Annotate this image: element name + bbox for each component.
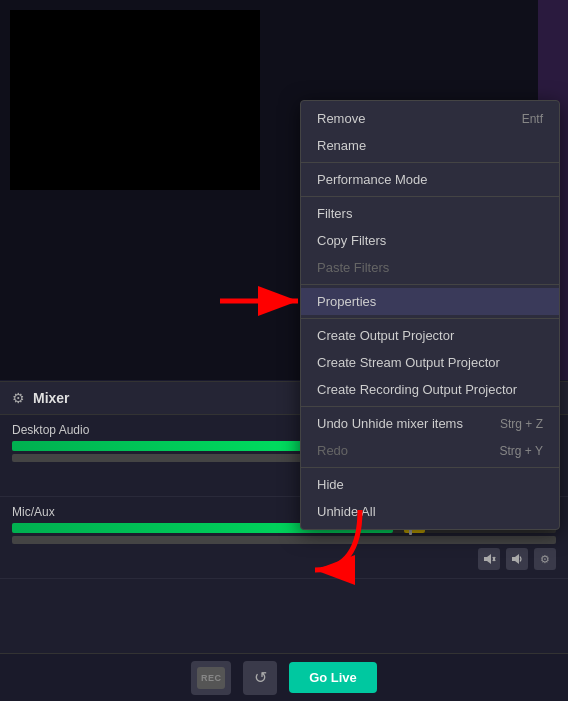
context-menu: Remove Entf Rename Performance Mode Filt…: [300, 100, 560, 530]
menu-item-paste-filters: Paste Filters: [301, 254, 559, 281]
mixer-title: Mixer: [33, 390, 70, 406]
menu-item-copy-filters[interactable]: Copy Filters: [301, 227, 559, 254]
fader-gray-mic[interactable]: [12, 536, 556, 544]
fader-green-fill-desktop: [12, 441, 311, 451]
channel-controls-mic: ⚙: [12, 548, 556, 570]
menu-shortcut-redo: Strg + Y: [500, 444, 543, 458]
menu-item-performance-mode[interactable]: Performance Mode: [301, 166, 559, 193]
menu-label-remove: Remove: [317, 111, 365, 126]
menu-shortcut-remove: Entf: [522, 112, 543, 126]
menu-label-redo: Redo: [317, 443, 348, 458]
replay-button[interactable]: ↺: [243, 661, 277, 695]
menu-label-rename: Rename: [317, 138, 366, 153]
go-live-button[interactable]: Go Live: [289, 662, 377, 693]
arrow-properties: [220, 286, 310, 319]
gear-icon[interactable]: ⚙: [12, 390, 25, 406]
replay-icon: ↺: [254, 668, 267, 687]
menu-item-redo: Redo Strg + Y: [301, 437, 559, 464]
rec-button[interactable]: REC: [191, 661, 231, 695]
channel-name-mic: Mic/Aux: [12, 505, 55, 519]
menu-label-filters: Filters: [317, 206, 352, 221]
menu-item-create-output-projector[interactable]: Create Output Projector: [301, 322, 559, 349]
menu-label-performance-mode: Performance Mode: [317, 172, 428, 187]
mute-icon-mic[interactable]: [478, 548, 500, 570]
menu-label-properties: Properties: [317, 294, 376, 309]
menu-sep-1: [301, 162, 559, 163]
bottom-toolbar: REC ↺ Go Live: [0, 653, 568, 701]
menu-label-create-recording-output-projector: Create Recording Output Projector: [317, 382, 517, 397]
rec-label: REC: [197, 667, 225, 689]
menu-label-create-output-projector: Create Output Projector: [317, 328, 454, 343]
settings-icon-mic[interactable]: ⚙: [534, 548, 556, 570]
preview-window: [10, 10, 260, 190]
volume-icon-mic[interactable]: [506, 548, 528, 570]
menu-sep-4: [301, 318, 559, 319]
menu-sep-5: [301, 406, 559, 407]
menu-item-hide[interactable]: Hide: [301, 471, 559, 498]
arrow-mixer: [310, 510, 370, 593]
menu-item-filters[interactable]: Filters: [301, 200, 559, 227]
menu-item-create-recording-output-projector[interactable]: Create Recording Output Projector: [301, 376, 559, 403]
menu-label-hide: Hide: [317, 477, 344, 492]
svg-rect-10: [512, 557, 515, 561]
svg-rect-7: [484, 557, 487, 561]
menu-label-copy-filters: Copy Filters: [317, 233, 386, 248]
menu-item-properties[interactable]: Properties: [301, 288, 559, 315]
menu-item-rename[interactable]: Rename: [301, 132, 559, 159]
menu-label-create-stream-output-projector: Create Stream Output Projector: [317, 355, 500, 370]
menu-label-paste-filters: Paste Filters: [317, 260, 389, 275]
menu-item-undo-unhide[interactable]: Undo Unhide mixer items Strg + Z: [301, 410, 559, 437]
menu-item-remove[interactable]: Remove Entf: [301, 105, 559, 132]
menu-sep-3: [301, 284, 559, 285]
menu-label-undo-unhide: Undo Unhide mixer items: [317, 416, 463, 431]
menu-sep-2: [301, 196, 559, 197]
menu-sep-6: [301, 467, 559, 468]
menu-shortcut-undo-unhide: Strg + Z: [500, 417, 543, 431]
menu-item-create-stream-output-projector[interactable]: Create Stream Output Projector: [301, 349, 559, 376]
